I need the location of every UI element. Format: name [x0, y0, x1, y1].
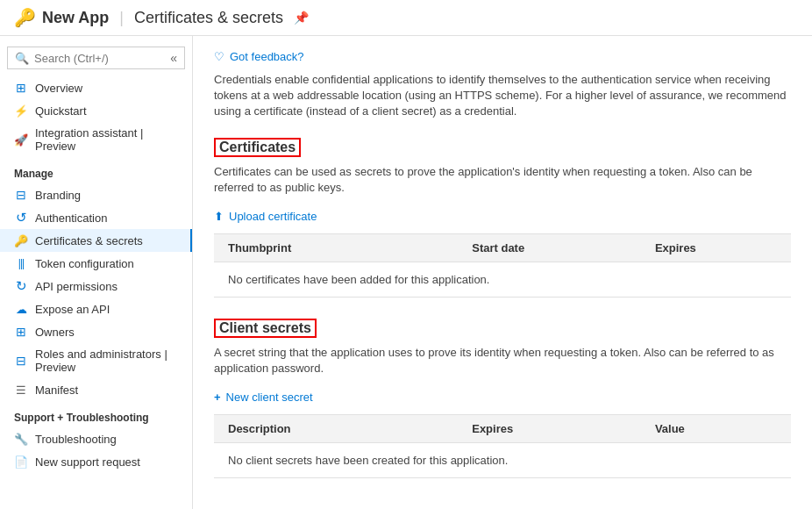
- col-description: Description: [228, 422, 472, 435]
- sidebar-item-supportrequest[interactable]: New support request: [0, 450, 192, 473]
- sidebar-item-label: Branding: [35, 189, 81, 202]
- certsecrets-icon: [14, 233, 28, 247]
- content-area: Got feedback? Credentials enable confide…: [193, 36, 812, 509]
- auth-icon: [14, 211, 28, 225]
- sidebar-item-label: Token configuration: [35, 257, 134, 270]
- support-icon: [14, 455, 28, 469]
- owners-icon: [14, 325, 28, 339]
- certificates-description: Certificates can be used as secrets to p…: [214, 164, 791, 196]
- plus-icon: [214, 391, 221, 404]
- certificates-empty-message: No certificates have been added for this…: [214, 262, 791, 298]
- sidebar-item-quickstart[interactable]: Quickstart: [0, 99, 192, 122]
- sidebar-item-branding[interactable]: Branding: [0, 183, 192, 206]
- sidebar-item-label: Certificates & secrets: [35, 234, 143, 247]
- sidebar-item-label: Manifest: [35, 384, 78, 397]
- sidebar-item-tokenconfig[interactable]: ||| Token configuration: [0, 252, 192, 275]
- app-header: New App | Certificates & secrets 📌: [0, 0, 812, 36]
- tokenconfig-icon: |||: [14, 256, 28, 270]
- client-secrets-section: Client secrets A secret string that the …: [214, 319, 791, 478]
- sidebar-item-label: New support request: [35, 455, 140, 469]
- sidebar-item-manifest[interactable]: Manifest: [0, 378, 192, 401]
- sidebar-item-label: Authentication: [35, 211, 107, 225]
- col-expires: Expires: [655, 241, 777, 254]
- collapse-button[interactable]: «: [170, 51, 177, 65]
- overview-icon: [14, 81, 28, 95]
- sidebar-item-label: Expose an API: [35, 303, 110, 316]
- sidebar-item-authentication[interactable]: Authentication: [0, 206, 192, 229]
- api-icon: [14, 279, 28, 293]
- col-value: Value: [655, 422, 777, 435]
- sidebar-item-owners[interactable]: Owners: [0, 320, 192, 343]
- search-input[interactable]: [34, 52, 165, 65]
- sidebar-item-integration[interactable]: Integration assistant | Preview: [0, 122, 192, 157]
- col-expires: Expires: [472, 422, 655, 435]
- sidebar-item-label: Troubleshooting: [35, 433, 117, 446]
- secrets-table-header: Description Expires Value: [214, 414, 791, 443]
- app-name: New App: [42, 9, 109, 27]
- expose-icon: [14, 302, 28, 316]
- feedback-bar[interactable]: Got feedback?: [214, 50, 791, 63]
- troubleshoot-icon: [14, 432, 28, 446]
- sidebar-item-roles[interactable]: Roles and administrators | Preview: [0, 343, 192, 378]
- header-separator: |: [119, 9, 124, 27]
- manifest-icon: [14, 383, 28, 397]
- sidebar-item-certificates[interactable]: Certificates & secrets: [0, 229, 192, 252]
- search-box[interactable]: 🔍 «: [7, 47, 185, 69]
- feedback-label: Got feedback?: [230, 50, 304, 63]
- page-title: Certificates & secrets: [134, 9, 283, 27]
- branding-icon: [14, 188, 28, 202]
- client-secrets-description: A secret string that the application use…: [214, 345, 791, 376]
- support-section-header: Support + Troubleshooting: [0, 401, 192, 427]
- sidebar-item-api[interactable]: API permissions: [0, 275, 192, 298]
- sidebar-item-troubleshooting[interactable]: Troubleshooting: [0, 427, 192, 450]
- upload-icon: [214, 210, 224, 223]
- manage-section-header: Manage: [0, 157, 192, 183]
- certificates-title: Certificates: [214, 138, 791, 164]
- app-icon: [14, 7, 35, 28]
- secrets-empty-message: No client secrets have been created for …: [214, 443, 791, 478]
- pin-icon[interactable]: 📌: [294, 11, 309, 25]
- heart-icon: [214, 50, 224, 63]
- roles-icon: [14, 354, 28, 368]
- content-description: Credentials enable confidential applicat…: [214, 72, 791, 120]
- new-client-secret-button[interactable]: New client secret: [214, 387, 313, 407]
- sidebar-item-overview[interactable]: Overview: [0, 76, 192, 99]
- sidebar-item-label: Overview: [35, 82, 82, 95]
- sidebar-item-label: Roles and administrators | Preview: [35, 348, 178, 374]
- sidebar-item-label: API permissions: [35, 280, 118, 293]
- search-icon: 🔍: [15, 52, 29, 65]
- client-secrets-title: Client secrets: [214, 319, 791, 345]
- sidebar-item-label: Quickstart: [35, 104, 87, 118]
- sidebar: 🔍 « Overview Quickstart Integration assi…: [0, 36, 193, 509]
- sidebar-item-expose[interactable]: Expose an API: [0, 298, 192, 320]
- col-startdate: Start date: [472, 241, 655, 254]
- certificates-table-header: Thumbprint Start date Expires: [214, 233, 791, 262]
- sidebar-item-label: Integration assistant | Preview: [35, 126, 178, 153]
- upload-certificate-button[interactable]: Upload certificate: [214, 206, 317, 226]
- quickstart-icon: [14, 104, 28, 118]
- main-layout: 🔍 « Overview Quickstart Integration assi…: [0, 36, 812, 509]
- integration-icon: [14, 133, 28, 147]
- sidebar-item-label: Owners: [35, 326, 75, 339]
- col-thumbprint: Thumbprint: [228, 241, 472, 254]
- certificates-section: Certificates Certificates can be used as…: [214, 138, 791, 298]
